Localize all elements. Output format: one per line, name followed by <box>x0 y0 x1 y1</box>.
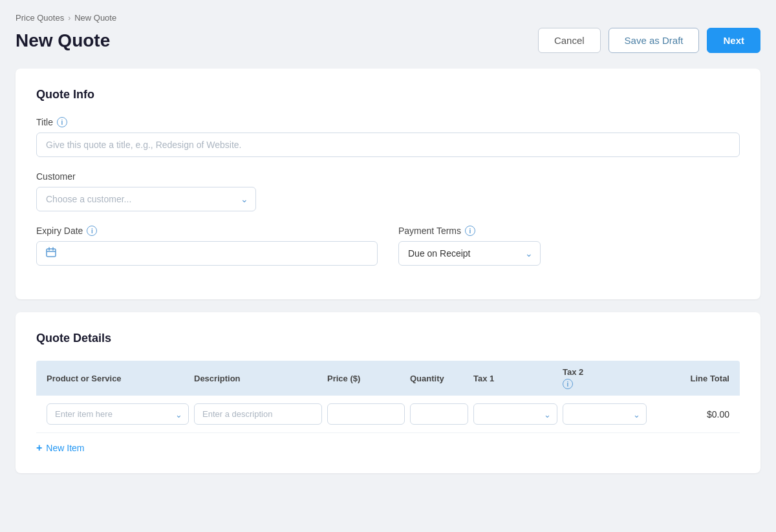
tax2-select-wrapper: ⌄ <box>563 403 647 425</box>
expiry-date-input[interactable]: 09/25/2020 <box>61 242 368 265</box>
quote-details-title: Quote Details <box>36 332 740 345</box>
table-header: Product or Service Description Price ($)… <box>36 361 740 396</box>
quote-info-title: Quote Info <box>36 88 740 101</box>
title-info-icon[interactable]: i <box>57 117 67 127</box>
page-header: New Quote Cancel Save as Draft Next <box>16 28 760 53</box>
breadcrumb-chevron-icon: › <box>68 14 70 23</box>
title-group: Title i <box>36 117 740 157</box>
next-button[interactable]: Next <box>707 28 760 53</box>
plus-icon: + <box>36 442 42 454</box>
price-input[interactable]: 0 <box>327 403 405 425</box>
save-draft-button[interactable]: Save as Draft <box>609 28 700 53</box>
new-item-button[interactable]: + New Item <box>36 442 84 454</box>
quote-details-card: Quote Details Product or Service Descrip… <box>16 312 760 473</box>
payment-label: Payment Terms i <box>398 226 740 236</box>
breadcrumb: Price Quotes › New Quote <box>16 13 760 23</box>
payment-info-icon[interactable]: i <box>465 226 475 236</box>
customer-select-wrapper: Choose a customer... ⌄ <box>36 187 256 211</box>
item-select[interactable]: Enter item here <box>47 403 189 425</box>
customer-select[interactable]: Choose a customer... <box>36 187 256 211</box>
col-product: Product or Service <box>47 374 189 383</box>
expiry-date-group: Expiry Date i 09/25/2020 <box>36 226 378 266</box>
tax2-info-icon[interactable]: i <box>563 379 573 389</box>
date-payment-row: Expiry Date i 09/25/2020 P <box>36 226 740 280</box>
breadcrumb-parent[interactable]: Price Quotes <box>16 13 64 23</box>
col-quantity: Quantity <box>410 374 468 383</box>
title-input[interactable] <box>36 133 740 157</box>
col-line-total: Line Total <box>652 374 729 383</box>
new-item-label: New Item <box>46 443 84 453</box>
cancel-button[interactable]: Cancel <box>538 28 601 53</box>
title-label: Title i <box>36 117 740 127</box>
customer-group: Customer Choose a customer... ⌄ <box>36 171 740 211</box>
col-tax1: Tax 1 <box>473 374 557 383</box>
col-description: Description <box>194 374 322 383</box>
col-price: Price ($) <box>327 374 405 383</box>
quantity-input[interactable]: 1 <box>410 403 468 425</box>
payment-terms-group: Payment Terms i Due on Receipt Net 15 Ne… <box>398 226 740 266</box>
payment-terms-select[interactable]: Due on Receipt Net 15 Net 30 <box>398 241 541 266</box>
expiry-info-icon[interactable]: i <box>87 226 97 236</box>
tax1-select[interactable] <box>473 403 557 425</box>
calendar-icon <box>46 247 56 260</box>
breadcrumb-current: New Quote <box>74 13 116 23</box>
tax2-select[interactable] <box>563 403 647 425</box>
svg-rect-0 <box>47 249 56 257</box>
table-row: Enter item here ⌄ 0 1 ⌄ <box>36 396 740 433</box>
expiry-label: Expiry Date i <box>36 226 378 236</box>
col-tax2: Tax 2 i <box>563 367 647 389</box>
tax1-select-wrapper: ⌄ <box>473 403 557 425</box>
description-input[interactable] <box>194 403 322 425</box>
customer-label: Customer <box>36 171 740 182</box>
quote-info-card: Quote Info Title i Customer Choose a cus… <box>16 69 760 299</box>
expiry-input-wrapper: 09/25/2020 <box>36 241 378 266</box>
line-total: $0.00 <box>652 409 729 420</box>
page-title: New Quote <box>16 30 110 51</box>
header-actions: Cancel Save as Draft Next <box>538 28 760 53</box>
item-select-wrapper: Enter item here ⌄ <box>47 403 189 425</box>
payment-select-wrapper: Due on Receipt Net 15 Net 30 ⌄ <box>398 241 541 266</box>
